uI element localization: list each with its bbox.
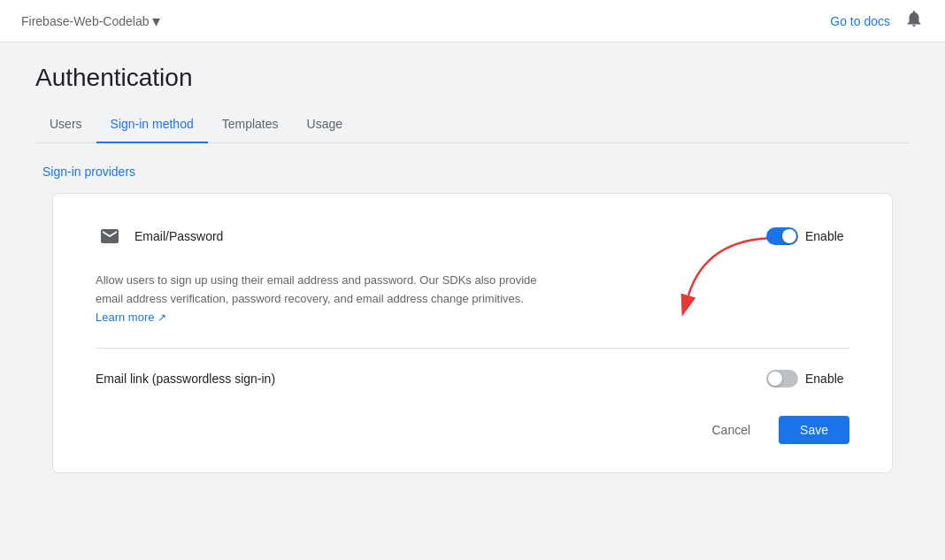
main-content: Authentication Users Sign-in method Temp… xyxy=(0,42,945,560)
chevron-down-icon: ▾ xyxy=(152,12,160,31)
passwordless-toggle-thumb xyxy=(768,372,782,386)
notification-bell-icon[interactable] xyxy=(904,9,924,33)
passwordless-enable-label: Enable xyxy=(805,372,849,386)
project-name[interactable]: Firebase-Web-Codelab xyxy=(21,14,149,28)
passwordless-toggle[interactable] xyxy=(766,370,798,387)
email-enable-label: Enable xyxy=(805,229,849,243)
save-button[interactable]: Save xyxy=(779,416,849,444)
project-selector[interactable]: Firebase-Web-Codelab ▾ xyxy=(21,12,160,31)
page-title: Authentication xyxy=(35,64,910,92)
provider-card: Email/Password Enable Allow users to sig… xyxy=(52,193,893,473)
description-text: Allow users to sign up using their email… xyxy=(96,273,537,305)
email-icon xyxy=(96,222,124,250)
tab-sign-in-method[interactable]: Sign-in method xyxy=(96,106,208,143)
email-toggle[interactable] xyxy=(766,227,798,245)
email-provider-row: Email/Password Enable xyxy=(96,222,849,250)
divider xyxy=(96,348,849,349)
email-toggle-thumb xyxy=(782,229,796,243)
tab-usage[interactable]: Usage xyxy=(293,106,357,143)
email-description: Allow users to sign up using their email… xyxy=(96,272,556,326)
tabs-nav: Users Sign-in method Templates Usage xyxy=(35,106,910,143)
email-provider-name: Email/Password xyxy=(134,229,766,243)
passwordless-toggle-slider xyxy=(766,370,798,387)
external-link-icon: ↗ xyxy=(158,311,166,324)
cancel-button[interactable]: Cancel xyxy=(694,416,768,444)
card-actions: Cancel Save xyxy=(96,416,849,444)
go-to-docs-link[interactable]: Go to docs xyxy=(830,14,890,28)
email-toggle-slider xyxy=(766,227,798,245)
email-toggle-container: Enable xyxy=(766,227,849,245)
learn-more-link[interactable]: Learn more ↗ xyxy=(96,311,166,324)
tab-templates[interactable]: Templates xyxy=(208,106,293,143)
top-bar: Firebase-Web-Codelab ▾ Go to docs xyxy=(0,0,945,42)
passwordless-label: Email link (passwordless sign-in) xyxy=(96,372,766,386)
passwordless-toggle-container: Enable xyxy=(766,370,849,387)
tab-users[interactable]: Users xyxy=(35,106,96,143)
passwordless-row: Email link (passwordless sign-in) Enable xyxy=(96,370,849,387)
top-bar-right: Go to docs xyxy=(830,9,924,33)
section-title: Sign-in providers xyxy=(35,165,910,179)
